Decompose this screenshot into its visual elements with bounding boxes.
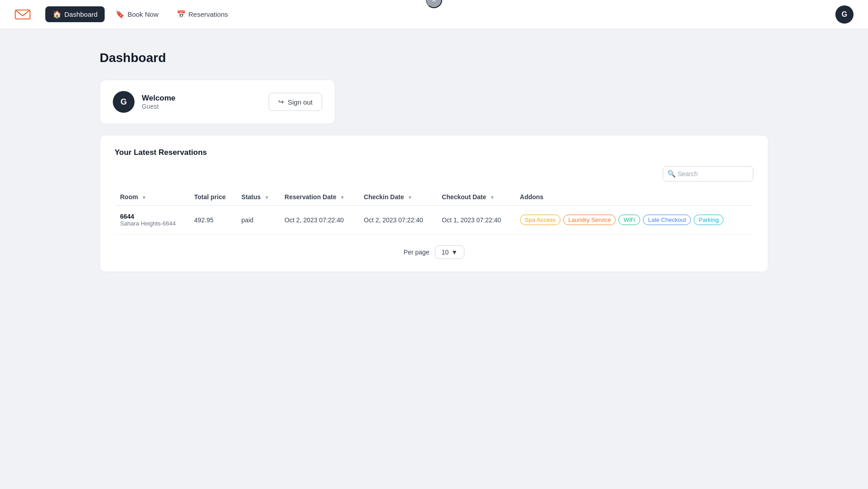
chevron-down-icon: ▼ xyxy=(451,249,458,256)
calendar-icon: 📅 xyxy=(177,10,186,19)
cell-status: paid xyxy=(236,206,279,235)
cell-checkout-date: Oct 1, 2023 07:22:40 xyxy=(436,206,514,235)
nav-reservations-label: Reservations xyxy=(188,10,228,18)
signout-icon: ↪ xyxy=(278,98,284,106)
col-total-price: Total price xyxy=(188,189,236,206)
col-checkout-date[interactable]: Checkout Date ▼ xyxy=(436,189,514,206)
nav-dashboard[interactable]: 🏠 Dashboard xyxy=(45,6,105,22)
nav-dashboard-label: Dashboard xyxy=(64,10,97,18)
col-status[interactable]: Status ▼ xyxy=(236,189,279,206)
sort-icon-status: ▼ xyxy=(265,195,270,200)
welcome-card: G Welcome Guest ↪ Sign out xyxy=(100,80,335,124)
per-page-label: Per page xyxy=(404,249,429,256)
page-title: Dashboard xyxy=(100,51,768,65)
logo-icon xyxy=(14,8,31,21)
sort-icon-room: ▼ xyxy=(142,195,147,200)
nav-reservations[interactable]: 📅 Reservations xyxy=(169,6,236,22)
nav-avatar[interactable]: G xyxy=(835,5,854,24)
welcome-label: Welcome xyxy=(142,94,175,103)
addon-laundry: Laundry Service xyxy=(563,215,616,225)
home-icon: 🏠 xyxy=(53,10,62,19)
search-bar: 🔍 xyxy=(115,166,753,182)
addon-parking: Parking xyxy=(694,215,723,225)
addon-late: Late Checkout xyxy=(643,215,691,225)
reservations-card: Your Latest Reservations 🔍 Room ▼ Total … xyxy=(100,135,768,272)
welcome-text: Welcome Guest xyxy=(142,94,175,110)
avatar: G xyxy=(113,91,135,113)
room-name: Sahara Heights-6644 xyxy=(120,220,183,227)
bookmark-icon: 🔖 xyxy=(116,10,125,19)
cell-addons: Spa AccessLaundry ServiceWiFiLate Checko… xyxy=(515,206,753,235)
signout-button[interactable]: ↪ Sign out xyxy=(269,93,322,111)
addon-wifi: WiFi xyxy=(618,215,640,225)
addon-spa: Spa Access xyxy=(520,215,561,225)
nav-logo xyxy=(14,8,31,21)
sort-icon-checkout: ▼ xyxy=(490,195,495,200)
nav-book-now-label: Book Now xyxy=(127,10,158,18)
nav-links: 🏠 Dashboard 🔖 Book Now 📅 Reservations xyxy=(45,6,835,22)
welcome-user: G Welcome Guest xyxy=(113,91,175,113)
cell-checkin-date: Oct 2, 2023 07:22:40 xyxy=(358,206,436,235)
table-body: 6644Sahara Heights-6644492.95paidOct 2, … xyxy=(115,206,753,235)
cell-price: 492.95 xyxy=(188,206,236,235)
cell-reservation-date: Oct 2, 2023 07:22:40 xyxy=(279,206,358,235)
user-role: Guest xyxy=(142,103,175,110)
table-row: 6644Sahara Heights-6644492.95paidOct 2, … xyxy=(115,206,753,235)
main-content: Dashboard G Welcome Guest ↪ Sign out You… xyxy=(0,29,868,294)
col-reservation-date[interactable]: Reservation Date ▼ xyxy=(279,189,358,206)
nav-book-now[interactable]: 🔖 Book Now xyxy=(108,6,165,22)
pagination-row: Per page 10 ▼ xyxy=(115,245,753,259)
addon-badges: Spa AccessLaundry ServiceWiFiLate Checko… xyxy=(520,215,748,225)
table-header: Room ▼ Total price Status ▼ Reservation … xyxy=(115,189,753,206)
col-room[interactable]: Room ▼ xyxy=(115,189,188,206)
per-page-value: 10 xyxy=(442,249,449,256)
col-addons: Addons xyxy=(515,189,753,206)
navbar: × 🏠 Dashboard 🔖 Book Now 📅 Reservations … xyxy=(0,0,868,29)
reservations-title: Your Latest Reservations xyxy=(115,148,753,157)
sort-icon-checkin: ▼ xyxy=(408,195,413,200)
status-badge: paid xyxy=(241,216,253,224)
cell-room: 6644Sahara Heights-6644 xyxy=(115,206,188,235)
search-input[interactable] xyxy=(663,166,753,182)
sort-icon-res-date: ▼ xyxy=(340,195,345,200)
search-input-wrap: 🔍 xyxy=(663,166,753,182)
per-page-select[interactable]: 10 ▼ xyxy=(435,245,464,259)
room-number: 6644 xyxy=(120,213,183,220)
search-icon: 🔍 xyxy=(667,170,676,178)
col-checkin-date[interactable]: Checkin Date ▼ xyxy=(358,189,436,206)
reservations-table: Room ▼ Total price Status ▼ Reservation … xyxy=(115,189,753,235)
signout-label: Sign out xyxy=(288,98,313,106)
